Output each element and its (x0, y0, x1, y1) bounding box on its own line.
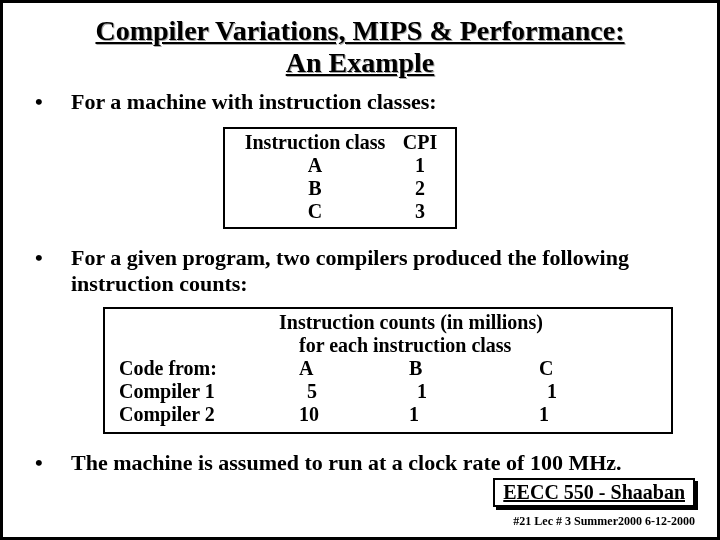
cpi-row-a-label: A (235, 154, 395, 177)
counts-col-c: C (519, 357, 649, 380)
counts-col-b: B (389, 357, 519, 380)
cpi-row-c-label: C (235, 200, 395, 223)
bullet-dot-icon: • (53, 450, 71, 476)
compiler-1-a: 5 (279, 380, 397, 403)
counts-header-2: for each instruction class (299, 334, 657, 357)
footer-course: EECC 550 - Shaaban (493, 478, 695, 507)
bullet-1: •For a machine with instruction classes: (53, 89, 697, 115)
compiler-2-c: 1 (519, 403, 649, 426)
bullet-dot-icon: • (53, 245, 71, 271)
bullet-2-text: For a given program, two compilers produ… (71, 245, 629, 296)
compiler-2-label: Compiler 2 (119, 403, 279, 426)
compiler-2-b: 1 (389, 403, 519, 426)
footer-meta: #21 Lec # 3 Summer2000 6-12-2000 (513, 514, 695, 529)
bullet-3-text: The machine is assumed to run at a clock… (71, 450, 622, 475)
cpi-row-b-value: 2 (395, 177, 445, 200)
cpi-row-c-value: 3 (395, 200, 445, 223)
compiler-1-c: 1 (527, 380, 657, 403)
compiler-1-label: Compiler 1 (119, 380, 279, 403)
title-line-2: An Example (286, 47, 435, 78)
bullet-1-text: For a machine with instruction classes: (71, 89, 437, 114)
cpi-table-header-cpi: CPI (395, 131, 445, 154)
compiler-1-b: 1 (397, 380, 527, 403)
counts-header-1: Instruction counts (in millions) (279, 311, 657, 334)
bullet-3: •The machine is assumed to run at a cloc… (53, 450, 697, 476)
code-from-label: Code from: (119, 357, 279, 380)
cpi-table-header-class: Instruction class (235, 131, 395, 154)
compiler-2-a: 10 (279, 403, 389, 426)
cpi-row-b-label: B (235, 177, 395, 200)
slide-title: Compiler Variations, MIPS & Performance:… (23, 15, 697, 79)
title-line-1: Compiler Variations, MIPS & Performance: (95, 15, 624, 46)
counts-col-a: A (279, 357, 389, 380)
cpi-row-a-value: 1 (395, 154, 445, 177)
slide-frame: Compiler Variations, MIPS & Performance:… (0, 0, 720, 540)
bullet-dot-icon: • (53, 89, 71, 115)
counts-table: Instruction counts (in millions) for eac… (103, 307, 673, 434)
bullet-2: •For a given program, two compilers prod… (53, 245, 697, 297)
cpi-table: Instruction class CPI A 1 B 2 C 3 (223, 127, 457, 229)
